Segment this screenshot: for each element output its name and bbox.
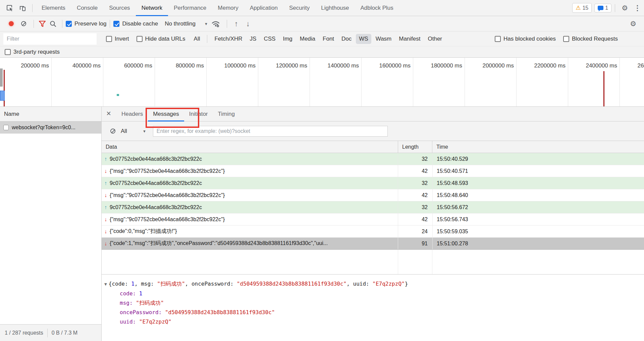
resource-type-chip[interactable]: JS — [247, 34, 260, 44]
message-row[interactable]: ↓ {"code":1,"msg":"扫码成功","oncePassword":… — [102, 238, 644, 250]
resource-type-chip[interactable]: WS — [356, 34, 371, 44]
search-icon[interactable] — [47, 17, 59, 31]
hide-data-urls-checkbox[interactable]: Hide data URLs — [137, 36, 185, 42]
message-row[interactable]: ↑ 9c07752cbe0e44aca668c3b2f2bc922c 32 15… — [102, 201, 644, 213]
payload-property-row[interactable]: uuid: "E7q2zpzQ" — [104, 317, 644, 327]
filter-funnel-icon[interactable] — [37, 17, 47, 31]
resource-type-chip[interactable]: Wasm — [373, 34, 395, 44]
timeline-ticks: 200000 ms 400000 ms 600000 ms 800000 ms … — [0, 58, 644, 106]
resource-type-chip-all[interactable]: All — [191, 34, 203, 44]
message-data: {"code":1,"msg":"扫码成功","oncePassword":"d… — [110, 240, 328, 247]
request-checkbox[interactable] — [3, 125, 9, 130]
resource-type-chip[interactable]: Fetch/XHR — [211, 34, 245, 44]
clear-messages-icon[interactable] — [110, 129, 115, 134]
message-data: 9c07752cbe0e44aca668c3b2f2bc922c — [110, 156, 202, 162]
requests-panel: Name websocket?qrToken=9c0... 1 / 287 re… — [0, 107, 102, 341]
message-length: 32 — [398, 201, 432, 213]
tab-adblock-plus[interactable]: Adblock Plus — [355, 0, 399, 16]
tab-headers[interactable]: Headers — [116, 107, 148, 121]
tab-lighthouse[interactable]: Lighthouse — [315, 0, 355, 16]
throttling-select[interactable]: No throttling ▼ — [160, 20, 208, 27]
timeline-tick-label: 2200000 ms — [517, 58, 568, 106]
payload-property-row[interactable]: msg: "扫码成功" — [104, 298, 644, 308]
devtools-tabbar: Elements Console Sources Network Perform… — [0, 0, 644, 16]
request-row-websocket[interactable]: websocket?qrToken=9c0... — [0, 121, 101, 134]
disable-cache-checkbox[interactable]: Disable cache — [113, 20, 158, 27]
tab-timing[interactable]: Timing — [213, 107, 240, 121]
export-har-icon[interactable]: ↓ — [242, 19, 254, 28]
clear-network-log-icon[interactable] — [21, 21, 26, 26]
resource-type-chip[interactable]: Media — [297, 34, 318, 44]
tab-application[interactable]: Application — [244, 0, 283, 16]
tab-initiator[interactable]: Initiator — [184, 107, 213, 121]
property-key: oncePassword: — [120, 309, 162, 315]
tab-messages[interactable]: Messages — [148, 107, 184, 121]
resource-type-chip[interactable]: Other — [425, 34, 445, 44]
network-conditions-icon[interactable] — [208, 17, 223, 31]
kebab-menu-icon[interactable]: ⋮ — [631, 4, 644, 12]
timeline-selection-handle[interactable] — [0, 91, 5, 101]
warnings-badge[interactable]: ⚠ 15 — [572, 3, 592, 13]
message-length: 32 — [398, 177, 432, 189]
payload-segment: "d504959388d243b8b83881161f93d30c" — [237, 281, 347, 287]
resource-type-chip[interactable]: Manifest — [396, 34, 423, 44]
message-row[interactable]: ↓ {"msg":"9c07752cbe0e44aca668c3b2f2bc92… — [102, 213, 644, 226]
close-icon[interactable]: × — [102, 109, 116, 119]
resource-type-chip[interactable]: CSS — [261, 34, 278, 44]
message-data: {"code":0,"msg":"扫描成功!"} — [110, 228, 177, 235]
invert-checkbox[interactable]: Invert — [106, 36, 129, 42]
message-type-select[interactable]: All ▼ — [121, 128, 146, 135]
payload-property-row[interactable]: oncePassword: "d504959388d243b8b83881161… — [104, 308, 644, 317]
tab-network[interactable]: Network — [136, 0, 168, 16]
payload-preview-line[interactable]: ▼{code: 1, msg: "扫码成功", oncePassword: "d… — [104, 279, 644, 289]
message-data: {"msg":"9c07752cbe0e44aca668c3b2f2bc922c… — [110, 216, 225, 223]
message-row[interactable]: ↑ 9c07752cbe0e44aca668c3b2f2bc922c 32 15… — [102, 153, 644, 165]
resource-type-chip[interactable]: Font — [320, 34, 337, 44]
tree-expander-icon[interactable]: ▼ — [104, 282, 107, 287]
filter-input[interactable] — [3, 33, 97, 45]
message-length: 42 — [398, 213, 432, 225]
blocked-requests-checkbox[interactable]: Blocked Requests — [563, 36, 618, 42]
tab-elements[interactable]: Elements — [36, 0, 71, 16]
tab-security[interactable]: Security — [283, 0, 315, 16]
tab-performance[interactable]: Performance — [168, 0, 212, 16]
message-row[interactable]: ↓ {"msg":"9c07752cbe0e44aca668c3b2f2bc92… — [102, 165, 644, 177]
timeline-scroll-thumb[interactable] — [0, 68, 3, 87]
checkbox-unchecked-icon — [495, 36, 501, 42]
ws-direction-arrow-icon: ↓ — [104, 192, 107, 198]
message-regex-input[interactable] — [153, 126, 388, 137]
settings-gear-icon[interactable]: ⚙ — [619, 4, 631, 12]
resource-type-chip[interactable]: Doc — [338, 34, 355, 44]
column-header-length[interactable]: Length — [398, 141, 432, 153]
message-row[interactable]: ↓ {"msg":"9c07752cbe0e44aca668c3b2f2bc92… — [102, 189, 644, 201]
timeline-tick-label: 400000 ms — [52, 58, 103, 106]
tab-memory[interactable]: Memory — [212, 0, 244, 16]
toolbar-separator — [207, 35, 207, 43]
column-header-data[interactable]: Data — [102, 141, 398, 153]
message-row[interactable]: ↓ {"code":0,"msg":"扫描成功!"} 24 15:50:59.0… — [102, 226, 644, 238]
name-column-header[interactable]: Name — [0, 107, 101, 121]
third-party-requests-checkbox[interactable]: 3rd-party requests — [5, 49, 60, 55]
column-header-time[interactable]: Time — [432, 141, 644, 153]
preserve-log-checkbox[interactable]: Preserve log — [66, 20, 106, 27]
timeline-dcl-marker — [117, 94, 119, 96]
record-network-log-button[interactable] — [9, 21, 14, 26]
network-settings-gear-icon[interactable]: ⚙ — [627, 20, 639, 28]
timeline-tick-label: 2600000 ms — [620, 58, 644, 106]
inspect-element-icon[interactable] — [3, 1, 16, 15]
message-row[interactable]: ↑ 9c07752cbe0e44aca668c3b2f2bc922c 32 15… — [102, 177, 644, 189]
checkbox-checked-icon — [66, 21, 72, 27]
tab-sources[interactable]: Sources — [103, 0, 136, 16]
resource-type-chip[interactable]: Img — [280, 34, 295, 44]
payload-property-row[interactable]: code: 1 — [104, 289, 644, 298]
tab-console[interactable]: Console — [71, 0, 103, 16]
property-value: "d504959388d243b8b83881161f93d30c" — [165, 309, 275, 315]
checkbox-checked-icon — [113, 21, 119, 27]
issues-badge[interactable]: 1 — [594, 4, 611, 12]
network-overview-timeline[interactable]: 200000 ms 400000 ms 600000 ms 800000 ms … — [0, 58, 644, 107]
import-har-icon[interactable]: ↑ — [230, 19, 242, 28]
has-blocked-cookies-checkbox[interactable]: Has blocked cookies — [495, 36, 556, 42]
payload-children: code: 1 msg: "扫码成功" oncePassword: "d5049… — [104, 289, 644, 327]
device-toolbar-icon[interactable] — [16, 1, 29, 15]
payload-segment: , msg: — [135, 281, 157, 287]
